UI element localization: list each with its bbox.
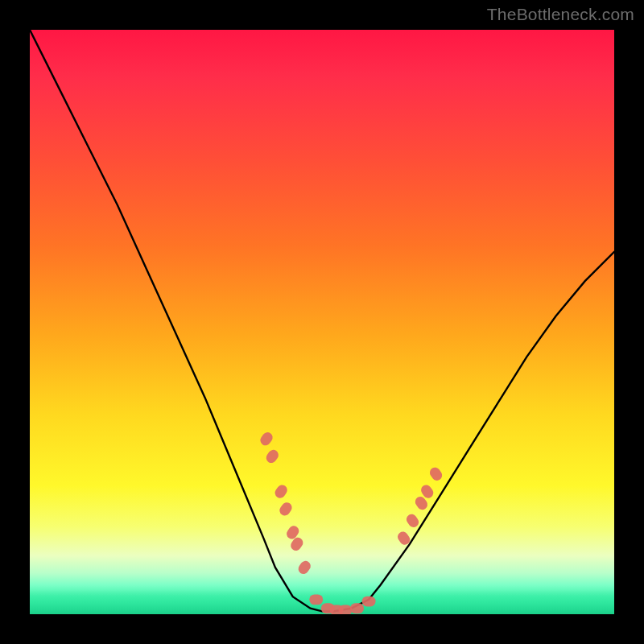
data-marker <box>273 483 289 500</box>
data-marker <box>278 501 294 518</box>
data-marker <box>309 594 323 605</box>
bottleneck-chart-svg <box>30 30 614 614</box>
data-marker <box>258 431 275 448</box>
data-marker <box>427 465 444 482</box>
attribution-watermark: TheBottleneck.com <box>487 5 634 24</box>
data-marker <box>296 559 312 576</box>
data-marker <box>339 605 353 614</box>
data-marker <box>264 448 280 464</box>
chart-frame: TheBottleneck.com <box>0 0 644 644</box>
plot-area <box>30 30 614 614</box>
data-marker <box>362 597 376 607</box>
data-marker <box>350 603 364 613</box>
bottleneck-curve <box>30 30 614 611</box>
data-marker <box>404 512 420 529</box>
